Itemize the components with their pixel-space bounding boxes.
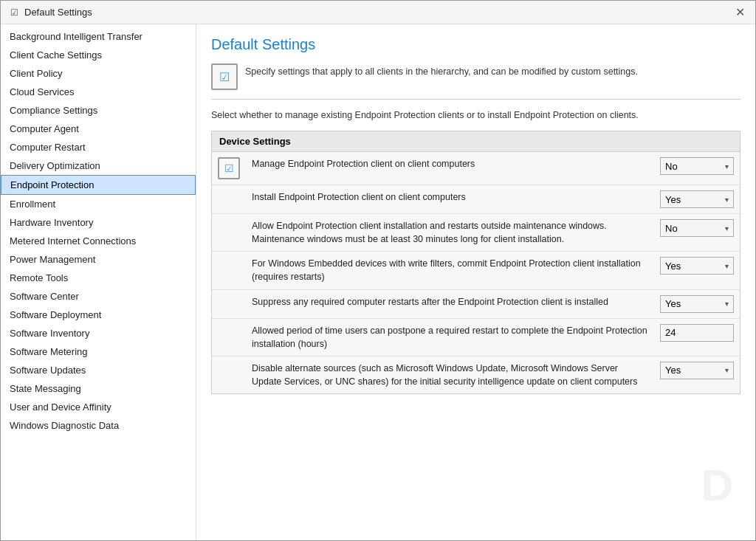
chevron-down-icon: ▾ (725, 300, 729, 308)
sidebar-item-power-management[interactable]: Power Management (1, 250, 196, 269)
control-cell: No▾ (654, 152, 740, 185)
info-icon: ☑ (211, 63, 238, 90)
row-icon: ☑ (218, 157, 240, 179)
control-cell: Yes▾ (654, 289, 740, 318)
main-panel: Default Settings ☑ Specify settings that… (196, 24, 755, 406)
select-text: Select whether to manage existing Endpoi… (211, 110, 740, 120)
table-row: Suppress any required computer restarts … (212, 289, 740, 318)
sidebar-item-software-deployment[interactable]: Software Deployment (1, 306, 196, 324)
dropdown-value: Yes (665, 194, 681, 205)
window-icon: ☑ (8, 7, 20, 18)
chevron-down-icon: ▾ (725, 262, 729, 270)
setting-label: For Windows Embedded devices with write … (246, 252, 654, 289)
table-row: Allow Endpoint Protection client install… (212, 214, 740, 252)
row-icon-cell (212, 289, 246, 318)
chevron-down-icon: ▾ (725, 366, 729, 374)
row-icon-cell: ☑ (212, 152, 246, 185)
setting-label: Suppress any required computer restarts … (246, 289, 654, 318)
setting-label: Allow Endpoint Protection client install… (246, 214, 654, 252)
sidebar-item-background-intelligent-transfer[interactable]: Background Intelligent Transfer (1, 27, 196, 46)
close-button[interactable]: ✕ (732, 7, 748, 18)
chevron-down-icon: ▾ (725, 196, 729, 204)
info-box: ☑ Specify settings that apply to all cli… (211, 63, 740, 90)
dropdown-1[interactable]: Yes▾ (660, 190, 734, 208)
sidebar-item-software-metering[interactable]: Software Metering (1, 342, 196, 361)
info-text: Specify settings that apply to all clien… (245, 63, 638, 79)
device-settings-header: Device Settings (212, 131, 740, 152)
chevron-down-icon: ▾ (725, 162, 729, 170)
divider (211, 99, 740, 100)
setting-label: Allowed period of time users can postpon… (246, 318, 654, 356)
table-row: Allowed period of time users can postpon… (212, 318, 740, 356)
sidebar-item-compliance-settings[interactable]: Compliance Settings (1, 101, 196, 120)
dropdown-2[interactable]: No▾ (660, 219, 734, 237)
sidebar-item-software-inventory[interactable]: Software Inventory (1, 324, 196, 342)
sidebar-item-state-messaging[interactable]: State Messaging (1, 379, 196, 398)
row-icon-cell (212, 356, 246, 393)
sidebar-item-computer-agent[interactable]: Computer Agent (1, 120, 196, 138)
control-cell: Yes▾ (654, 356, 740, 393)
dropdown-6[interactable]: Yes▾ (660, 362, 734, 379)
device-settings-box: Device Settings ☑Manage Endpoint Protect… (211, 131, 740, 394)
sidebar-item-client-cache-settings[interactable]: Client Cache Settings (1, 46, 196, 64)
table-row: ☑Manage Endpoint Protection client on cl… (212, 152, 740, 185)
control-cell: No▾ (654, 214, 740, 252)
content-area: Background Intelligent TransferClient Ca… (1, 24, 755, 540)
dropdown-4[interactable]: Yes▾ (660, 295, 734, 313)
settings-table: ☑Manage Endpoint Protection client on cl… (212, 152, 740, 393)
table-row: For Windows Embedded devices with write … (212, 252, 740, 289)
sidebar-item-cloud-services[interactable]: Cloud Services (1, 83, 196, 101)
control-cell: Yes▾ (654, 185, 740, 214)
dropdown-value: No (665, 161, 678, 172)
sidebar-item-computer-restart[interactable]: Computer Restart (1, 138, 196, 156)
sidebar-item-windows-diagnostic-data[interactable]: Windows Diagnostic Data (1, 416, 196, 435)
sidebar-item-endpoint-protection[interactable]: Endpoint Protection (1, 175, 196, 195)
sidebar-item-hardware-inventory[interactable]: Hardware Inventory (1, 213, 196, 232)
dropdown-value: Yes (665, 261, 681, 272)
sidebar-item-remote-tools[interactable]: Remote Tools (1, 269, 196, 287)
sidebar-item-delivery-optimization[interactable]: Delivery Optimization (1, 156, 196, 175)
sidebar: Background Intelligent TransferClient Ca… (1, 24, 196, 540)
sidebar-item-enrollment[interactable]: Enrollment (1, 195, 196, 213)
setting-label: Manage Endpoint Protection client on cli… (246, 152, 654, 185)
sidebar-item-metered-internet-connections[interactable]: Metered Internet Connections (1, 232, 196, 250)
main-panel-wrapper: Default Settings ☑ Specify settings that… (196, 24, 755, 540)
sidebar-item-user-and-device-affinity[interactable]: User and Device Affinity (1, 398, 196, 416)
main-window: ☑ Default Settings ✕ Background Intellig… (0, 0, 756, 541)
setting-label: Install Endpoint Protection client on cl… (246, 185, 654, 214)
spinner-5[interactable]: ▲▼ (660, 324, 734, 342)
table-row: Disable alternate sources (such as Micro… (212, 356, 740, 393)
title-bar-text: Default Settings (24, 7, 92, 18)
sidebar-item-client-policy[interactable]: Client Policy (1, 64, 196, 83)
dropdown-3[interactable]: Yes▾ (660, 257, 734, 275)
spinner-value[interactable] (661, 325, 755, 340)
title-bar: ☑ Default Settings ✕ (1, 1, 755, 24)
sidebar-item-software-updates[interactable]: Software Updates (1, 361, 196, 379)
row-icon-cell (212, 252, 246, 289)
watermark-logo: D (701, 460, 733, 511)
table-row: Install Endpoint Protection client on cl… (212, 185, 740, 214)
control-cell: ▲▼ (654, 318, 740, 356)
row-icon-cell (212, 318, 246, 356)
dropdown-value: No (665, 223, 678, 234)
control-cell: Yes▾ (654, 252, 740, 289)
chevron-down-icon: ▾ (725, 224, 729, 232)
title-bar-left: ☑ Default Settings (8, 7, 92, 18)
dropdown-value: Yes (665, 365, 681, 376)
main-title: Default Settings (211, 36, 740, 53)
dropdown-value: Yes (665, 298, 681, 309)
row-icon-cell (212, 214, 246, 252)
row-icon-cell (212, 185, 246, 214)
sidebar-item-software-center[interactable]: Software Center (1, 287, 196, 306)
setting-label: Disable alternate sources (such as Micro… (246, 356, 654, 393)
dropdown-0[interactable]: No▾ (660, 157, 734, 175)
